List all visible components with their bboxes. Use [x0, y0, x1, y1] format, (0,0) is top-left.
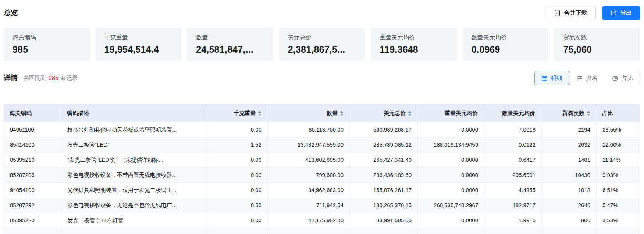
- table-cell: “发光二极管“LED”灯” （未提供详细标...: [61, 153, 206, 167]
- tab-ranking[interactable]: 排名: [569, 71, 605, 85]
- column-header-label: 美元总价: [384, 110, 406, 117]
- table-cell: [597, 228, 640, 234]
- table-cell: 0.0000: [418, 168, 484, 182]
- table-cell: 7.0018: [484, 122, 542, 137]
- table-cell: 413,602,895.00: [268, 153, 350, 167]
- column-header[interactable]: 贸易次数: [541, 104, 596, 122]
- merge-download-button[interactable]: 合并下载: [546, 6, 596, 20]
- stats-row: 海关编码985千克重量19,954,514.4数量24,581,847,...美…: [4, 28, 640, 61]
- stat-card: 数量美元均价0.0969: [463, 28, 549, 61]
- tab-detail[interactable]: 明细: [534, 71, 569, 85]
- table-cell: 85395210: [4, 153, 61, 167]
- tab-proportion[interactable]: 占比: [605, 71, 640, 85]
- stat-label: 数量美元均价: [472, 34, 540, 42]
- column-header-label: 贸易次数: [562, 110, 584, 117]
- table-cell: 0.00: [206, 168, 268, 182]
- details-bar: 详情 共匹配到985条记录 明细排名占比: [4, 71, 640, 85]
- sort-asc-caret[interactable]: [258, 111, 261, 113]
- sort-asc-caret[interactable]: [340, 111, 343, 113]
- table-cell: 1481: [542, 153, 597, 167]
- match-info: 共匹配到985条记录: [23, 74, 78, 82]
- table-cell: 彩色电视接收设备，无论是否包含无线电广...: [61, 198, 206, 213]
- table-cell: 0.0122: [484, 137, 542, 152]
- table-cell: 0.6417: [484, 153, 542, 167]
- table-cell: [418, 228, 484, 234]
- table-cell: 23.55%: [597, 122, 640, 137]
- table-row-partial: [4, 228, 640, 234]
- table-cell: 3.53%: [597, 213, 640, 228]
- table-cell: 182.9717: [484, 198, 542, 213]
- table-cell: 1.52: [206, 137, 268, 152]
- stat-value: 2,381,867,5...: [288, 44, 356, 55]
- table-cell: 1.9915: [484, 213, 542, 228]
- merge-icon: [554, 10, 561, 16]
- table-row: 85414100发光二极管“LED”1.5223,482,947,559.002…: [4, 137, 640, 153]
- tab-label: 明细: [551, 74, 562, 82]
- sort-desc-caret[interactable]: [408, 114, 411, 116]
- table-icon: [541, 75, 548, 81]
- column-header: 编码描述: [61, 104, 206, 122]
- table-row: 94051100枝形吊灯和其他电动天花板或墙壁照明装置...0.0080,113…: [4, 122, 640, 137]
- sort-asc-caret[interactable]: [408, 111, 411, 113]
- table-cell: [206, 228, 268, 234]
- stat-value: 0.0969: [472, 44, 540, 55]
- table-cell: [350, 228, 418, 234]
- table-cell: 85414100: [4, 137, 61, 152]
- table-cell: 80,113,700.00: [268, 122, 350, 137]
- sort-carets[interactable]: [587, 111, 590, 116]
- stat-label: 千克重量: [104, 34, 173, 42]
- column-header-label: 数量: [327, 110, 338, 117]
- stat-value: 24,581,847,...: [196, 44, 264, 55]
- stat-card: 美元总价2,381,867,5...: [279, 28, 365, 61]
- table-cell: 94054100: [4, 183, 61, 198]
- ranking-icon: [577, 75, 583, 81]
- table-cell: 260,530,740.2967: [418, 198, 484, 213]
- topbar-actions: 合并下载 导出: [546, 6, 640, 20]
- table-cell: 85395220: [4, 213, 61, 228]
- stat-card: 数量24,581,847,...: [187, 28, 273, 61]
- table-cell: 2646: [542, 198, 597, 213]
- sort-carets[interactable]: [258, 111, 261, 116]
- sort-desc-caret[interactable]: [258, 114, 261, 116]
- sort-carets[interactable]: [340, 111, 343, 116]
- table-row: 85395220发光二极管 (LED) 灯管0.0042,175,902.008…: [4, 213, 640, 228]
- table-cell: 枝形吊灯和其他电动天花板或墙壁照明装置...: [61, 122, 206, 137]
- export-icon: [611, 10, 617, 16]
- table-cell: 0.0000: [418, 213, 484, 228]
- sort-carets[interactable]: [408, 111, 411, 116]
- table-cell: 0.00: [206, 183, 268, 198]
- column-header: 占比: [596, 104, 640, 122]
- column-header[interactable]: 美元总价: [349, 104, 417, 122]
- export-button[interactable]: 导出: [602, 6, 640, 20]
- table-cell: 85287292: [4, 198, 61, 213]
- table-cell: 711,942.54: [268, 198, 350, 213]
- column-header: 数量美元均价: [484, 104, 541, 122]
- page-title: 总览: [4, 8, 18, 18]
- stat-card: 海关编码985: [4, 28, 90, 61]
- stat-value: 985: [13, 44, 81, 55]
- table-cell: 94051100: [4, 122, 61, 137]
- column-header[interactable]: 千克重量: [206, 104, 267, 122]
- sort-desc-caret[interactable]: [340, 114, 343, 116]
- topbar: 总览 合并下载 导出: [4, 6, 640, 20]
- column-header: 重量美元均价: [417, 104, 484, 122]
- table-cell: 4.4355: [484, 183, 542, 198]
- details-left: 详情 共匹配到985条记录: [4, 73, 78, 83]
- column-header-label: 千克重量: [234, 110, 256, 117]
- table-cell: 9.93%: [597, 168, 640, 182]
- sort-asc-caret[interactable]: [587, 111, 590, 113]
- table-cell: 806: [542, 213, 597, 228]
- table-cell: 188,019,134.9459: [418, 137, 484, 152]
- column-header[interactable]: 数量: [267, 104, 349, 122]
- stat-value: 75,060: [563, 44, 631, 55]
- stat-label: 美元总价: [288, 34, 356, 42]
- table-cell: 0.0000: [418, 183, 484, 198]
- table-cell: 42,175,902.00: [268, 213, 350, 228]
- table-cell: 295.6901: [484, 168, 542, 182]
- table-cell: 彩色电视接收设备，不带内置无线电接收器...: [61, 168, 206, 182]
- table-row: 85287206彩色电视接收设备，不带内置无线电接收器...0.00799,60…: [4, 168, 640, 183]
- sort-desc-caret[interactable]: [587, 114, 590, 116]
- stat-label: 数量: [196, 34, 264, 42]
- pie-icon: [612, 75, 618, 81]
- table-cell: [61, 228, 206, 234]
